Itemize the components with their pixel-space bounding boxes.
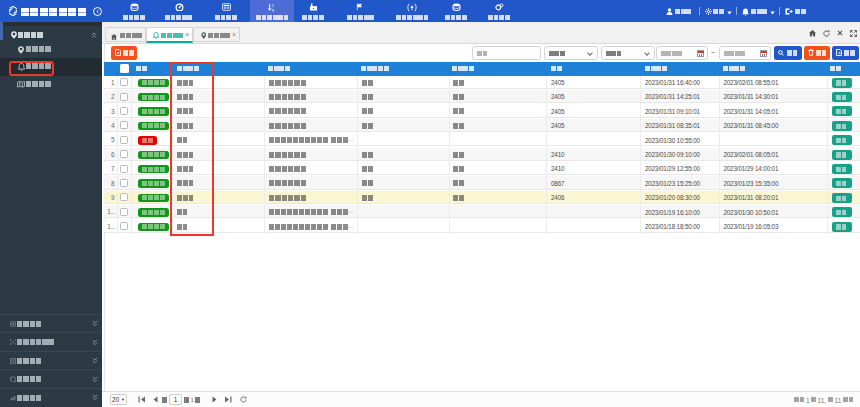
svg-text:9: 9: [272, 8, 275, 12]
